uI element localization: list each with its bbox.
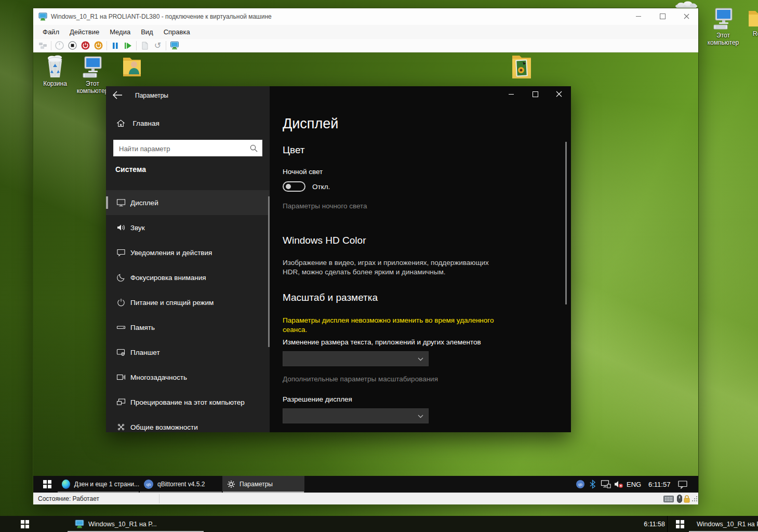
resume-button[interactable] [122, 40, 135, 51]
vm-start-button[interactable] [37, 476, 57, 493]
close-button[interactable] [674, 8, 698, 24]
lock-status-icon [683, 495, 690, 503]
user-folder-icon [120, 55, 144, 78]
projecting-icon [116, 397, 126, 407]
sidebar-item-home[interactable]: Главная [116, 118, 159, 128]
vm-window-icon [38, 12, 47, 21]
focus-assist-icon [116, 273, 126, 282]
night-light-settings-link[interactable]: Параметры ночного света [283, 202, 367, 210]
selection-indicator [106, 196, 108, 209]
pause-button[interactable] [109, 40, 122, 51]
home-label: Главная [132, 119, 159, 127]
volume-muted-icon [614, 480, 624, 489]
host-desktop: Этот компьютер Ron Windows_10_R1 на PROL… [0, 0, 758, 532]
vm-tray-bluetooth[interactable] [589, 476, 596, 493]
menu-file[interactable]: Файл [37, 28, 64, 36]
vm-tray-network[interactable] [601, 476, 611, 493]
windows-logo-icon [21, 520, 29, 528]
vmconnect-titlebar[interactable]: Windows_10_R1 на PROLIANT-DL380 - подклю… [33, 8, 698, 25]
vm-tray-language[interactable]: ENG [627, 476, 641, 493]
vm-tray-volume-muted[interactable] [614, 476, 624, 493]
vm-taskbar: Дзен и еще 1 страни... qb qBittorrent v4… [33, 476, 698, 493]
revert-button[interactable]: ↺ [151, 40, 164, 51]
recycle-bin-peek-icon[interactable] [674, 1, 699, 8]
search-icon[interactable] [249, 144, 258, 153]
vm-desktop-icon-recycle-bin[interactable]: Корзина [38, 55, 72, 87]
night-light-toggle[interactable] [283, 181, 305, 192]
vmconnect-menubar: Файл Действие Медиа Вид Справка [33, 25, 698, 39]
network-display-icon [601, 480, 611, 489]
resolution-label: Разрешение дисплея [283, 395, 352, 403]
vm-taskbar-button-qbittorrent[interactable]: qb qBittorrent v4.5.2 [139, 476, 222, 493]
vm-tray-clock[interactable]: 6:11:57 [648, 476, 670, 493]
host-start-button-secondary[interactable] [670, 516, 690, 532]
enhanced-session-button[interactable] [168, 40, 181, 51]
vm-status-text: Состояние: Работает [38, 495, 99, 502]
sidebar-item-projecting[interactable]: Проецирование на этот компьютер [106, 390, 270, 415]
host-taskbar-clock[interactable]: 6:11:58 [616, 516, 665, 532]
close-icon [556, 91, 562, 97]
maximize-button[interactable] [523, 86, 547, 102]
minimize-button[interactable] [627, 8, 650, 24]
resize-grip-icon[interactable] [692, 496, 698, 502]
shut-down-button[interactable] [79, 40, 92, 51]
minimize-icon [509, 94, 514, 95]
bluetooth-icon [589, 480, 596, 489]
vmconnect-window: Windows_10_R1 на PROLIANT-DL380 - подклю… [33, 8, 699, 504]
minimize-icon [636, 16, 641, 17]
minimize-button[interactable] [499, 86, 523, 102]
turn-off-button[interactable] [66, 40, 79, 51]
ctrl-alt-del-button[interactable] [36, 40, 49, 51]
host-taskbar-button-vmconnect-secondary[interactable]: Windows_10_R1 на P. [689, 516, 758, 532]
vm-taskbar-button-edge[interactable]: Дзен и еще 1 страни... [57, 476, 139, 493]
sidebar-item-display[interactable]: Дисплей [106, 190, 270, 215]
menu-help[interactable]: Справка [158, 28, 195, 36]
menu-view[interactable]: Вид [136, 28, 158, 36]
vm-desktop-icon-this-pc[interactable]: Этот компьютер [76, 55, 109, 95]
menu-media[interactable]: Медиа [104, 28, 136, 36]
vm-desktop-icon-pictures-folder[interactable] [505, 54, 538, 81]
menu-action[interactable]: Действие [64, 28, 104, 36]
night-light-state: Откл. [312, 183, 330, 191]
multitasking-icon [116, 373, 126, 382]
sidebar-item-tablet[interactable]: Планшет [106, 340, 270, 365]
resolution-dropdown[interactable] [283, 408, 429, 423]
page-title: Дисплей [283, 116, 338, 132]
sidebar-item-focus-assist[interactable]: Фокусировка внимания [106, 265, 270, 290]
vmconnect-caption-buttons [627, 8, 698, 24]
clock-label: 6:11:57 [648, 481, 670, 488]
clock-label: 6:11:58 [644, 521, 665, 528]
search-input[interactable] [118, 141, 245, 156]
edge-icon [62, 480, 70, 489]
close-button[interactable] [547, 86, 571, 102]
sidebar-item-shared-experiences[interactable]: Общие возможности [106, 415, 270, 432]
scale-dropdown[interactable] [283, 351, 429, 366]
sidebar-item-storage[interactable]: Память [106, 315, 270, 340]
language-label: ENG [627, 481, 641, 488]
host-taskbar-button-vmconnect[interactable]: Windows_10_R1 на Р... [68, 516, 204, 532]
advanced-scaling-link[interactable]: Дополнительные параметры масштабирования [283, 375, 438, 383]
vm-action-center-button[interactable] [677, 476, 688, 493]
sidebar-scrollbar[interactable] [268, 196, 270, 347]
host-desktop-icon-this-pc[interactable]: Этот компьютер [702, 6, 744, 46]
chevron-down-icon [418, 415, 423, 418]
save-state-button[interactable] [92, 40, 105, 51]
host-desktop-icon-folder-ron[interactable]: Ron [744, 8, 758, 37]
toggle-knob [286, 184, 291, 189]
chevron-down-icon [418, 357, 423, 361]
vm-taskbar-button-settings[interactable]: Параметры [222, 476, 304, 493]
back-button[interactable] [112, 90, 123, 100]
sidebar-item-sound[interactable]: Звук [106, 215, 270, 240]
maximize-button[interactable] [650, 8, 674, 24]
vm-desktop-icon-user-folder[interactable] [115, 55, 149, 78]
sidebar-item-power-sleep[interactable]: Питание и спящий режим [106, 290, 270, 315]
night-light-label: Ночной свет [283, 168, 323, 176]
sound-icon [116, 223, 126, 232]
host-start-button[interactable] [15, 516, 35, 532]
content-scrollbar[interactable] [565, 142, 567, 304]
sidebar-item-multitasking[interactable]: Многозадачность [106, 365, 270, 390]
sidebar-item-notifications[interactable]: Уведомления и действия [106, 240, 270, 265]
qbittorrent-icon: qb [144, 480, 153, 489]
windows-logo-icon [43, 480, 51, 488]
vm-tray-qbittorrent[interactable]: qb [576, 476, 584, 493]
